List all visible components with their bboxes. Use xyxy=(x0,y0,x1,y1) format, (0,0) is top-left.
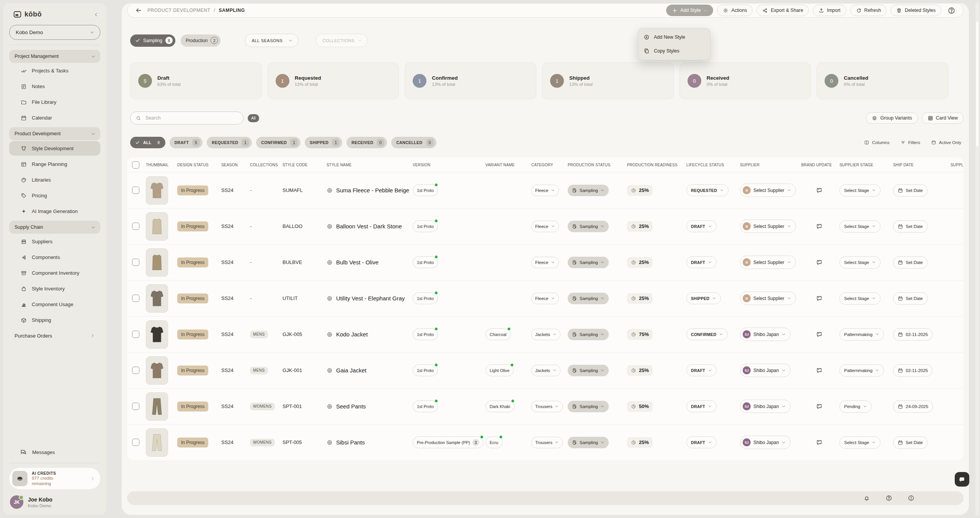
summary-card-shipped[interactable]: 1 Shipped 13% of total xyxy=(542,62,674,99)
search-input[interactable] xyxy=(145,115,238,121)
brand-update-comment-icon[interactable] xyxy=(816,331,823,338)
style-name-link[interactable]: Seed Pants xyxy=(327,403,413,410)
active-only-button[interactable]: Active Only xyxy=(931,140,961,145)
production-status-select[interactable]: Sampling xyxy=(568,293,609,304)
variant-pill[interactable]: Ecru xyxy=(485,436,503,448)
row-checkbox[interactable] xyxy=(132,295,139,302)
sidebar-section-supply-chain[interactable]: Supply Chain xyxy=(9,221,100,234)
lifecycle-status-select[interactable]: SHIPPED xyxy=(686,292,721,304)
page-scrollbar[interactable] xyxy=(975,2,979,516)
version-pill[interactable]: 1st Proto xyxy=(413,184,438,196)
row-checkbox[interactable] xyxy=(132,403,139,410)
supplier-stage-select[interactable]: Select Stage xyxy=(840,436,880,449)
search-scope-badge[interactable]: All xyxy=(248,114,259,122)
chat-widget-button[interactable] xyxy=(955,472,969,487)
user-profile[interactable]: JK Joe Kobo Kobo Demo xyxy=(10,495,100,509)
brand-update-comment-icon[interactable] xyxy=(816,295,823,302)
status-tab-cancelled[interactable]: CANCELLED 0 xyxy=(391,137,436,148)
sidebar-item-range-planning[interactable]: Range Planning xyxy=(9,156,100,172)
style-name-link[interactable]: Suma Fleece - Pebble Beige xyxy=(327,187,413,193)
menu-item-copy-styles[interactable]: Copy Styles xyxy=(640,44,708,58)
columns-button[interactable]: Columns xyxy=(864,140,889,145)
style-thumbnail[interactable] xyxy=(146,284,168,313)
lifecycle-status-select[interactable]: DRAFT xyxy=(686,256,717,268)
workspace-selector[interactable]: Kobo Demo xyxy=(9,25,100,40)
style-name-link[interactable]: Sibsi Pants xyxy=(327,439,413,446)
category-select[interactable]: Fleece xyxy=(531,293,559,304)
production-status-select[interactable]: Sampling xyxy=(568,257,609,268)
help-icon[interactable] xyxy=(947,7,956,15)
variant-pill[interactable]: Dark Khaki xyxy=(485,400,514,412)
status-tab-shipped[interactable]: SHIPPED 1 xyxy=(305,137,342,148)
style-name-link[interactable]: Gaia Jacket xyxy=(327,367,413,374)
row-checkbox[interactable] xyxy=(132,259,139,266)
status-tab-requested[interactable]: REQUESTED 1 xyxy=(207,137,252,148)
lifecycle-status-select[interactable]: DRAFT xyxy=(686,364,717,376)
supplier-stage-select[interactable]: Patternmaking xyxy=(840,328,884,341)
production-status-select[interactable]: Sampling xyxy=(568,329,609,340)
ship-date-button[interactable]: 02-11-2025 xyxy=(893,364,933,377)
sidebar-item-libraries[interactable]: Libraries xyxy=(9,172,100,188)
sidebar-item-calendar[interactable]: Calendar xyxy=(9,110,100,126)
category-select[interactable]: Fleece xyxy=(531,257,559,268)
deleted-styles-button[interactable]: Deleted Styles xyxy=(890,5,941,16)
sidebar-item-purchase-orders[interactable]: Purchase Orders xyxy=(9,328,100,343)
style-thumbnail[interactable] xyxy=(146,212,168,241)
ship-date-button[interactable]: Set Date xyxy=(893,292,928,305)
status-tab-all[interactable]: ALL 8 xyxy=(130,137,165,148)
row-checkbox[interactable] xyxy=(132,187,139,194)
status-tab-draft[interactable]: DRAFT 5 xyxy=(170,137,203,148)
supplier-select[interactable]: N Select Supplier xyxy=(740,292,796,305)
sampling-chip[interactable]: Sampling 8 xyxy=(130,34,175,47)
brand-update-comment-icon[interactable] xyxy=(816,259,823,266)
info-circle-icon[interactable] xyxy=(908,495,915,502)
summary-card-cancelled[interactable]: 0 Cancelled 0% of total xyxy=(817,62,948,99)
sidebar-item-projects-tasks[interactable]: Projects & Tasks xyxy=(9,63,100,79)
category-select[interactable]: Trousers xyxy=(531,401,563,412)
ai-credits-card[interactable]: AI CREDITS 977 credits remaining xyxy=(9,468,100,489)
sidebar-item-pricing[interactable]: Pricing xyxy=(9,188,100,203)
breadcrumb-parent[interactable]: PRODUCT DEVELOPMENT xyxy=(147,8,211,13)
style-name-link[interactable]: Bulb Vest - Olive xyxy=(327,259,413,266)
style-thumbnail[interactable] xyxy=(146,248,168,277)
summary-card-draft[interactable]: 5 Draft 63% of total xyxy=(130,62,262,99)
supplier-select[interactable]: N Select Supplier xyxy=(740,184,796,197)
ship-date-button[interactable]: 24-09-2025 xyxy=(893,400,933,413)
version-pill[interactable]: 1st Proto xyxy=(413,256,438,268)
row-checkbox[interactable] xyxy=(132,367,139,374)
style-thumbnail[interactable] xyxy=(146,320,168,349)
ship-date-button[interactable]: Set Date xyxy=(893,220,928,233)
sidebar-section-product-development[interactable]: Product Development xyxy=(9,127,100,140)
help-circle-icon[interactable] xyxy=(885,495,892,502)
sidebar-collapse-icon[interactable] xyxy=(93,12,99,17)
import-button[interactable]: Import xyxy=(813,5,846,16)
style-thumbnail[interactable] xyxy=(146,428,168,457)
production-status-select[interactable]: Sampling xyxy=(568,365,609,376)
sidebar-item-shipping[interactable]: Shipping xyxy=(9,312,100,328)
select-all-checkbox[interactable] xyxy=(132,161,139,169)
production-status-select[interactable]: Sampling xyxy=(568,185,609,196)
page-scrollbar-thumb[interactable] xyxy=(975,21,979,147)
sidebar-item-style-development[interactable]: Style Development xyxy=(9,141,100,156)
summary-card-requested[interactable]: 1 Requested 13% of total xyxy=(268,62,399,99)
summary-card-received[interactable]: 0 Received 0% of total xyxy=(679,62,811,99)
sidebar-item-notes[interactable]: Notes xyxy=(9,79,100,94)
variant-pill[interactable]: Charcoal xyxy=(485,328,511,340)
row-checkbox[interactable] xyxy=(132,439,139,446)
notifications-bell-icon[interactable] xyxy=(863,495,870,502)
style-thumbnail[interactable] xyxy=(146,176,168,205)
style-thumbnail[interactable] xyxy=(146,356,168,385)
variant-pill[interactable]: Light Olive xyxy=(485,364,514,376)
status-tab-received[interactable]: RECEIVED 0 xyxy=(346,137,387,148)
sidebar-item-suppliers[interactable]: Suppliers xyxy=(9,234,100,249)
version-pill[interactable]: Pre-Production Sample (PP) 3 xyxy=(413,436,483,448)
brand-update-comment-icon[interactable] xyxy=(816,403,823,410)
sidebar-item-style-inventory[interactable]: Style Inventory xyxy=(9,281,100,297)
supplier-stage-select[interactable]: Select Stage xyxy=(840,220,880,233)
sidebar-item-component-usage[interactable]: Component Usage xyxy=(9,297,100,312)
supplier-select[interactable]: SJ Shibo Japan xyxy=(740,364,791,377)
sidebar-item-ai-image-generation[interactable]: AI Image Generation xyxy=(9,203,100,219)
lifecycle-status-select[interactable]: DRAFT xyxy=(686,220,717,232)
lifecycle-status-select[interactable]: CONFIRMED xyxy=(686,328,728,340)
style-thumbnail[interactable] xyxy=(146,392,168,421)
